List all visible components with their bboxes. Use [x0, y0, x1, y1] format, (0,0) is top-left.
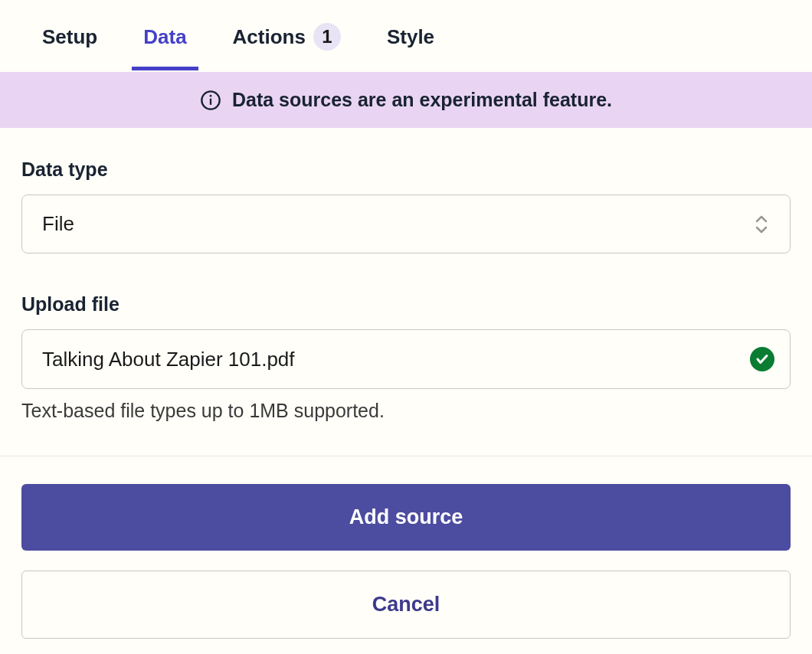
check-icon	[750, 347, 774, 371]
tab-actions-badge: 1	[313, 23, 341, 51]
data-type-value: File	[42, 212, 74, 236]
tabs-nav: Setup Data Actions 1 Style	[0, 0, 812, 72]
svg-point-2	[210, 94, 212, 96]
upload-file-label: Upload file	[21, 293, 791, 316]
select-chevrons-icon	[753, 214, 770, 235]
form-section: Data type File Upload file Talking About…	[0, 128, 812, 422]
cancel-button[interactable]: Cancel	[21, 571, 791, 639]
tab-style[interactable]: Style	[387, 25, 434, 70]
tab-setup[interactable]: Setup	[42, 25, 97, 70]
data-type-select[interactable]: File	[21, 195, 791, 253]
add-source-button[interactable]: Add source	[21, 484, 791, 551]
button-section: Add source Cancel	[0, 456, 812, 654]
experimental-banner: Data sources are an experimental feature…	[0, 72, 812, 128]
banner-text: Data sources are an experimental feature…	[232, 89, 612, 111]
upload-file-field[interactable]: Talking About Zapier 101.pdf	[21, 329, 791, 389]
upload-file-value: Talking About Zapier 101.pdf	[42, 348, 295, 371]
tab-data[interactable]: Data	[143, 25, 186, 70]
data-type-label: Data type	[21, 159, 791, 181]
tab-actions-label: Actions	[233, 25, 306, 49]
tab-actions[interactable]: Actions 1	[233, 23, 341, 72]
upload-hint: Text-based file types up to 1MB supporte…	[21, 400, 791, 422]
info-icon	[200, 90, 221, 111]
